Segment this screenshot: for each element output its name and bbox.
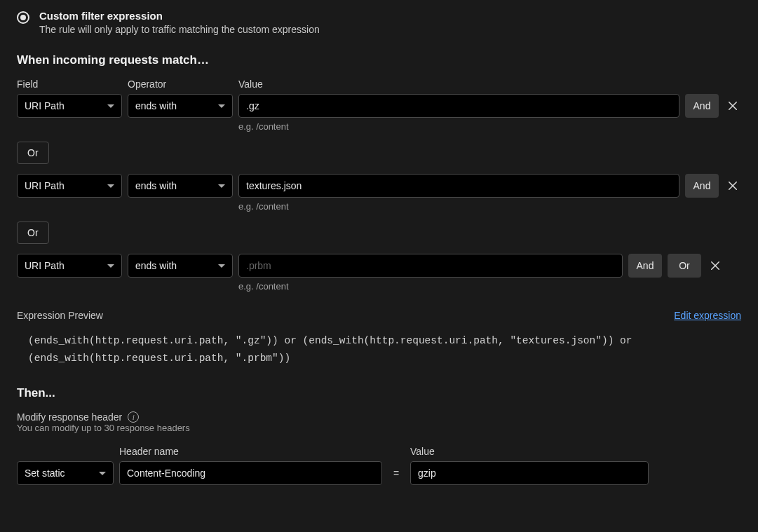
header-action-select[interactable]: Set static bbox=[17, 461, 114, 485]
expression-preview-code: (ends_with(http.request.uri.path, ".gz")… bbox=[17, 321, 741, 372]
value-hint: e.g. /content bbox=[238, 281, 741, 292]
remove-row-icon[interactable] bbox=[707, 257, 724, 274]
chevron-down-icon bbox=[107, 104, 114, 108]
chevron-down-icon bbox=[107, 264, 114, 268]
field-value: URI Path bbox=[25, 180, 65, 191]
operator-value: ends with bbox=[135, 180, 177, 191]
field-select[interactable]: URI Path bbox=[17, 94, 122, 118]
field-value: URI Path bbox=[25, 100, 65, 111]
field-select[interactable]: URI Path bbox=[17, 174, 122, 198]
chevron-down-icon bbox=[218, 264, 225, 268]
header-name-label: Header name bbox=[119, 446, 382, 457]
column-headers: Field Operator Value bbox=[17, 79, 741, 90]
chevron-down-icon bbox=[218, 104, 225, 108]
header-action-value: Set static bbox=[25, 468, 65, 479]
operator-select[interactable]: ends with bbox=[128, 254, 233, 278]
or-separator-button[interactable]: Or bbox=[17, 142, 49, 164]
filter-row: URI Path ends with And bbox=[17, 174, 741, 198]
and-button[interactable]: And bbox=[685, 174, 719, 198]
field-value: URI Path bbox=[25, 260, 65, 271]
then-heading: Then... bbox=[17, 386, 741, 400]
value-hint: e.g. /content bbox=[238, 121, 741, 132]
field-select[interactable]: URI Path bbox=[17, 254, 122, 278]
operator-value: ends with bbox=[135, 260, 177, 271]
value-input[interactable] bbox=[238, 174, 679, 198]
label-value: Value bbox=[238, 79, 741, 90]
match-heading: When incoming requests match… bbox=[17, 53, 741, 67]
equals-sign: = bbox=[388, 468, 405, 479]
value-input[interactable] bbox=[238, 254, 623, 278]
header-value-input[interactable] bbox=[410, 461, 649, 485]
operator-value: ends with bbox=[135, 100, 177, 111]
or-separator-button[interactable]: Or bbox=[17, 221, 49, 244]
expression-preview-label: Expression Preview bbox=[17, 310, 103, 321]
custom-filter-desc: The rule will only apply to traffic matc… bbox=[39, 24, 320, 35]
header-name-input[interactable] bbox=[119, 461, 382, 485]
header-value-label: Value bbox=[410, 446, 741, 457]
info-icon[interactable]: i bbox=[128, 411, 139, 423]
filter-row: URI Path ends with And bbox=[17, 94, 741, 118]
chevron-down-icon bbox=[107, 184, 114, 188]
operator-select[interactable]: ends with bbox=[128, 94, 233, 118]
or-button[interactable]: Or bbox=[668, 254, 701, 278]
chevron-down-icon bbox=[218, 184, 225, 188]
edit-expression-link[interactable]: Edit expression bbox=[674, 310, 741, 321]
modify-header-sub: You can modify up to 30 response headers bbox=[17, 423, 741, 433]
custom-filter-title: Custom filter expression bbox=[39, 10, 320, 22]
remove-row-icon[interactable] bbox=[724, 97, 741, 114]
radio-icon bbox=[17, 11, 29, 24]
value-input[interactable] bbox=[238, 94, 679, 118]
chevron-down-icon bbox=[99, 472, 106, 475]
label-operator: Operator bbox=[128, 79, 233, 90]
label-field: Field bbox=[17, 79, 122, 90]
and-button[interactable]: And bbox=[685, 94, 719, 118]
operator-select[interactable]: ends with bbox=[128, 174, 233, 198]
custom-filter-option[interactable]: Custom filter expression The rule will o… bbox=[17, 10, 741, 35]
and-button[interactable]: And bbox=[628, 254, 662, 278]
filter-row: URI Path ends with AndOr bbox=[17, 254, 741, 278]
modify-header-label: Modify response header bbox=[17, 411, 122, 423]
value-hint: e.g. /content bbox=[238, 201, 741, 212]
remove-row-icon[interactable] bbox=[724, 177, 741, 194]
